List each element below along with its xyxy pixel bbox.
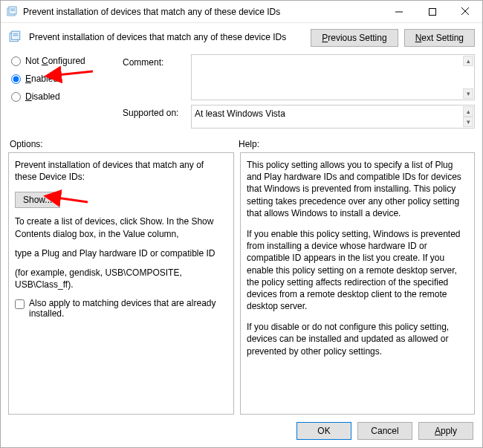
radio-enabled[interactable]: Enabled: [11, 74, 115, 84]
scroll-down-icon[interactable]: ▾: [463, 88, 473, 99]
comment-label: Comment:: [123, 54, 187, 68]
show-button[interactable]: Show...: [15, 192, 60, 208]
titlebar: Prevent installation of devices that mat…: [1, 1, 482, 23]
supported-on-box: At least Windows Vista ▴ ▾: [191, 105, 475, 129]
policy-editor-window: Prevent installation of devices that mat…: [0, 0, 483, 448]
also-apply-checkbox[interactable]: [15, 299, 25, 309]
close-button[interactable]: [449, 1, 482, 22]
prev-rest: revious Setting: [328, 33, 386, 43]
scroll-up-icon[interactable]: ▴: [463, 106, 473, 117]
help-p1: This policy setting allows you to specif…: [247, 159, 468, 219]
help-p2: If you enable this policy setting, Windo…: [247, 228, 468, 312]
header-row: Prevent installation of devices that mat…: [1, 23, 482, 47]
next-rest: ext Setting: [421, 33, 464, 43]
window-title: Prevent installation of devices that mat…: [23, 7, 382, 17]
supported-on-label: Supported on:: [123, 105, 187, 118]
policy-title: Prevent installation of devices that mat…: [29, 27, 305, 42]
previous-setting-button[interactable]: Previous Setting: [311, 29, 398, 47]
apply-button[interactable]: Apply: [418, 422, 473, 440]
minimize-button[interactable]: [382, 1, 415, 22]
config-area: Not Configured Enabled Disabled: [1, 47, 482, 129]
dialog-footer: OK Cancel Apply: [1, 415, 482, 447]
state-radio-group: Not Configured Enabled Disabled: [11, 54, 115, 129]
scroll-up-icon[interactable]: ▴: [463, 56, 473, 66]
scroll-down-icon[interactable]: ▾: [463, 117, 473, 127]
pane-labels: Options: Help:: [1, 129, 482, 152]
options-line3: (for example, gendisk, USB\COMPOSITE, US…: [15, 267, 227, 290]
ok-button[interactable]: OK: [296, 422, 351, 440]
options-line2: type a Plug and Play hardware ID or comp…: [15, 247, 227, 259]
options-intro: Prevent installation of devices that mat…: [15, 159, 227, 183]
options-line1: To create a list of devices, click Show.…: [15, 215, 227, 239]
policy-icon: [9, 30, 22, 46]
help-label: Help:: [239, 139, 473, 149]
next-setting-button[interactable]: Next Setting: [404, 29, 475, 47]
options-pane: Prevent installation of devices that mat…: [8, 152, 234, 415]
radio-not-configured[interactable]: Not Configured: [11, 56, 115, 66]
app-icon: [7, 6, 19, 18]
help-p3: If you disable or do not configure this …: [247, 321, 468, 357]
options-label: Options:: [10, 139, 239, 149]
comment-textbox[interactable]: ▴ ▾: [191, 54, 475, 100]
cancel-button[interactable]: Cancel: [357, 422, 412, 440]
maximize-button[interactable]: [415, 1, 449, 22]
svg-line-13: [56, 198, 88, 202]
supported-on-value: At least Windows Vista: [195, 108, 285, 119]
also-apply-label: Also apply to matching devices that are …: [29, 298, 227, 319]
svg-rect-5: [429, 8, 435, 15]
help-pane: This policy setting allows you to specif…: [240, 152, 475, 415]
radio-disabled[interactable]: Disabled: [11, 91, 115, 102]
